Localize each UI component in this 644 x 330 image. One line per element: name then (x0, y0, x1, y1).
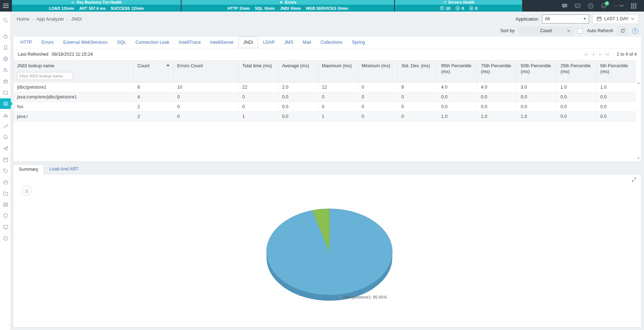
sidebar-item-infrastructure[interactable] (0, 76, 11, 86)
cell: 12 (318, 82, 358, 92)
column-header-maximum-ms[interactable]: Maximum (ms) (318, 60, 358, 82)
tab-mail[interactable]: Mail (298, 37, 316, 48)
refresh-button[interactable] (617, 26, 628, 35)
cell: 0.0 (596, 92, 636, 102)
scroll-up-icon[interactable] (636, 81, 641, 85)
notifications-bell[interactable]: 5 (601, 3, 607, 9)
health-panel-key-business-txn-health[interactable]: Key Business Txn HealthLOAD12/minART557.… (12, 0, 181, 12)
column-header-75th-percentile-ms[interactable]: 75th Percentile (ms) (477, 60, 517, 82)
tab-intellitrace[interactable]: IntelliTrace (174, 37, 205, 48)
column-label: Std. Dev. (ms) (401, 63, 434, 69)
breadcrumb-jndi[interactable]: JNDI (64, 16, 82, 22)
sort-desc-icon[interactable] (166, 65, 170, 67)
column-header-minimum-ms[interactable]: Minimum (ms) (358, 60, 397, 82)
last-page-button[interactable] (606, 52, 610, 56)
column-label: 5th Percentile (ms) (600, 63, 632, 75)
expand-chart-button[interactable] (632, 177, 636, 182)
sidebar-item-alarms[interactable] (0, 132, 11, 143)
auto-refresh-checkbox[interactable] (577, 28, 583, 34)
column-header-5th-percentile-ms[interactable]: 5th Percentile (ms) (596, 60, 636, 82)
c-right-icon (455, 6, 460, 10)
download-chart-button[interactable] (21, 185, 32, 196)
more-menu[interactable] (614, 4, 624, 8)
sidebar-item-analytics[interactable] (0, 121, 11, 131)
next-page-button[interactable] (598, 52, 602, 56)
sidebar-item-schedules[interactable] (0, 155, 11, 165)
menu-icon[interactable] (0, 0, 12, 12)
column-header-50th-percentile-ms[interactable]: 50th Percentile (ms) (517, 60, 556, 82)
time-range-selector[interactable]: LAST 1 DAY (593, 14, 638, 24)
column-header-total-time-ms[interactable]: Total time (ms) (238, 60, 278, 82)
table-row[interactable]: jdbc/jpetstore1810222.012094.04.03.01.01… (13, 82, 636, 92)
breadcrumb-home[interactable]: Home (17, 16, 29, 22)
sidebar-item-security[interactable] (0, 211, 11, 221)
column-header-count[interactable]: Count (133, 60, 173, 82)
column-label: Total time (ms) (242, 63, 274, 69)
sidebar-item-actions[interactable] (0, 143, 11, 154)
cell: 3.0 (517, 82, 556, 92)
breadcrumb-app-analyzer[interactable]: App Analyzer (29, 16, 64, 22)
sidebar-item-about[interactable]: i (0, 233, 11, 244)
sidebar-item-tags[interactable] (0, 166, 11, 176)
bottom-tab-summary[interactable]: Summary (13, 164, 44, 174)
chat-filled-icon[interactable] (562, 3, 568, 9)
sidebar-item-app-analyzer[interactable] (0, 98, 11, 109)
sort-by-select[interactable]: Count (519, 26, 573, 35)
table-row[interactable]: foo2000.00000.00.00.00.00.0 (13, 102, 636, 112)
previous-page-button[interactable] (591, 52, 595, 56)
sidebar-item-reports[interactable] (0, 110, 11, 120)
expand-icon (632, 177, 636, 182)
tab-external-webservices[interactable]: External WebServices (59, 37, 112, 48)
sidebar-item-home[interactable] (0, 31, 11, 42)
column-header-25th-percentile-ms[interactable]: 25th Percentile (ms) (556, 60, 596, 82)
chat-outline-icon[interactable] (575, 3, 581, 9)
table-scrollbar[interactable] (636, 81, 641, 160)
sidebar-item-monitor-groups[interactable] (0, 87, 11, 98)
column-label: 95th Percentile (ms) (441, 63, 473, 75)
sidebar-item-terminal[interactable] (0, 222, 11, 232)
apps-grid-icon[interactable] (631, 3, 637, 9)
metric-art: ART557.6 ms (79, 6, 106, 10)
tab-collections[interactable]: Collections (316, 37, 347, 48)
tab-ldap[interactable]: LDAP (258, 37, 280, 48)
table-row[interactable]: java:/2010.01001.01.01.00.00.0 (13, 112, 636, 122)
panel-title-text: Servers Health (448, 0, 475, 4)
jndi-pie-chart[interactable]: jdbc/jpetstore1: 95.65% (232, 192, 434, 315)
tab-intellisense[interactable]: IntelliSense (205, 37, 238, 48)
column-header-jndi-lookup-name[interactable]: JNDI lookup name (13, 60, 133, 82)
tab-connection-leak[interactable]: Connection Leak (131, 37, 174, 48)
column-header-errors-count[interactable]: Errors Count (173, 60, 238, 82)
tab-spring[interactable]: Spring (347, 37, 370, 48)
table-body: jdbc/jpetstore1810222.012094.04.03.01.01… (13, 82, 636, 122)
tab-jms[interactable]: JMS (280, 37, 298, 48)
health-panel-servers-health[interactable]: Servers Health1000 (395, 0, 522, 12)
first-page-button[interactable] (584, 52, 588, 56)
table-row[interactable]: java:comp/env/jdbc/jpetstore14000.00000.… (13, 92, 636, 102)
scroll-down-icon[interactable] (636, 156, 641, 160)
tab-sql[interactable]: SQL (112, 37, 131, 48)
cell: 4 (133, 92, 173, 102)
bottom-tab-load-and-art[interactable]: Load And ART (44, 164, 84, 174)
sidebar-item-business-view[interactable] (0, 177, 11, 187)
sidebar-item-mobile-apps[interactable] (0, 42, 11, 53)
sidebar-item-database[interactable] (0, 199, 11, 210)
metric-jndi: JNDI0/min (280, 6, 301, 10)
folder-icon (3, 90, 8, 95)
tab-http[interactable]: HTTP (16, 37, 37, 48)
column-header-std-dev-ms[interactable]: Std. Dev. (ms) (397, 60, 437, 82)
application-select[interactable]: All ▼ (542, 14, 589, 24)
help-button[interactable]: ? (632, 28, 638, 34)
jndi-filter-input[interactable] (17, 72, 73, 80)
column-header-average-ms[interactable]: Average (ms) (278, 60, 318, 82)
column-header-95th-percentile-ms[interactable]: 95th Percentile (ms) (437, 60, 477, 82)
bank-icon (3, 79, 8, 84)
cell: 2.0 (278, 82, 318, 92)
sidebar-item-inventory[interactable] (0, 188, 11, 199)
tab-jndi[interactable]: JNDI (238, 37, 259, 48)
tab-errors[interactable]: Errors (37, 37, 59, 48)
sidebar-item-web-monitor[interactable] (0, 54, 11, 64)
sidebar-item-users[interactable] (0, 65, 11, 75)
help-circle-icon[interactable]: ? (588, 3, 594, 9)
health-panel-errors-health[interactable]: ErrorsHTTP2/minSQL0/minJNDI0/minWEB SERV… (182, 0, 394, 12)
sidebar-item-search[interactable] (0, 15, 11, 26)
